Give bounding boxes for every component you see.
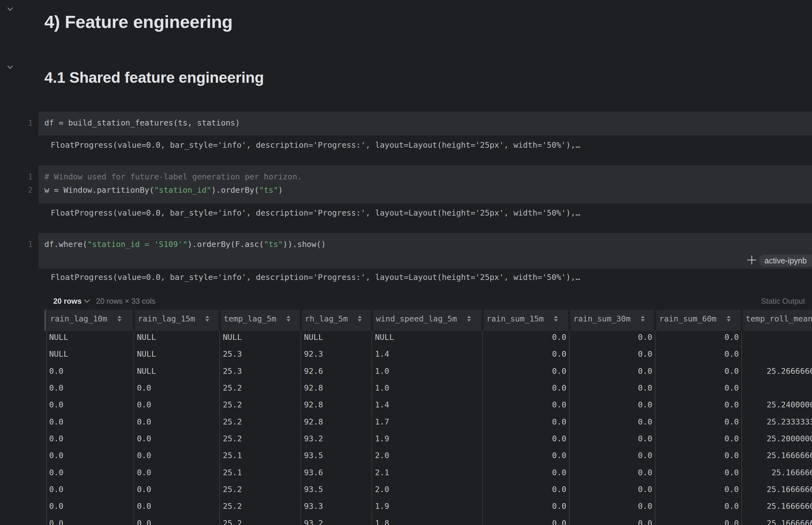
table-cell[interactable]: 0.0 xyxy=(483,382,569,399)
table-cell[interactable]: 1.0 xyxy=(372,365,483,382)
table-cell[interactable]: 0.0 xyxy=(569,365,656,382)
column-header-rain_lag_15m[interactable]: rain_lag_15m xyxy=(134,310,220,331)
table-cell[interactable]: 25.166666666666668 xyxy=(742,500,812,517)
table-cell[interactable]: 1.9 xyxy=(372,432,483,449)
table-cell[interactable]: 1.4 xyxy=(372,348,483,364)
table-row[interactable]: 0.00.025.193.62.10.00.00.025.16666666666… xyxy=(46,466,812,483)
table-cell[interactable]: 92.6 xyxy=(301,365,372,382)
table-cell[interactable]: NULL xyxy=(134,331,220,348)
table-cell[interactable]: 93.2 xyxy=(301,432,372,449)
table-cell[interactable]: 0.0 xyxy=(569,348,656,364)
column-header-wind_speed_lag_5m[interactable]: wind_speed_lag_5m xyxy=(372,310,483,331)
table-cell[interactable]: 25.2 xyxy=(220,382,301,399)
table-cell[interactable]: 92.3 xyxy=(301,348,372,364)
table-cell[interactable]: 25.2 xyxy=(220,500,301,517)
table-cell[interactable]: 0.0 xyxy=(656,449,742,466)
table-cell[interactable]: 1.0 xyxy=(372,382,483,399)
table-cell[interactable]: 1.9 xyxy=(372,500,483,517)
table-cell[interactable]: 92.8 xyxy=(301,399,372,415)
table-cell[interactable]: 0.0 xyxy=(134,382,220,399)
table-cell[interactable]: 0.0 xyxy=(569,416,656,432)
table-cell[interactable]: 0.0 xyxy=(46,432,134,449)
sort-icon[interactable] xyxy=(287,316,290,321)
table-cell[interactable]: NULL xyxy=(220,331,301,348)
table-cell[interactable]: 0.0 xyxy=(483,399,569,415)
table-cell[interactable]: 0.0 xyxy=(134,399,220,415)
table-cell[interactable]: 0.0 xyxy=(656,399,742,415)
table-cell[interactable]: 0.0 xyxy=(483,500,569,517)
table-cell[interactable]: 0.0 xyxy=(46,466,134,483)
collapse-section-1-icon[interactable] xyxy=(7,7,13,11)
table-cell[interactable]: 25.266666666666666 xyxy=(742,365,812,382)
sort-icon[interactable] xyxy=(205,316,209,321)
table-row[interactable]: NULLNULL25.392.31.40.00.00.0 xyxy=(46,348,812,364)
table-cell[interactable]: 0.0 xyxy=(483,449,569,466)
code-cell-2[interactable] xyxy=(39,165,812,204)
table-row[interactable]: 0.00.025.292.81.70.00.00.025.23333333333… xyxy=(46,416,812,432)
table-cell[interactable]: 0.0 xyxy=(483,432,569,449)
table-cell[interactable]: 0.0 xyxy=(569,382,656,399)
table-row[interactable]: 0.00.025.293.52.00.00.00.025.16666666666… xyxy=(46,483,812,500)
table-cell[interactable]: 25.166666666666668 xyxy=(742,483,812,500)
table-cell[interactable]: 25.1 xyxy=(220,466,301,483)
table-cell[interactable]: 2.0 xyxy=(372,449,483,466)
table-cell[interactable]: 0.0 xyxy=(569,483,656,500)
table-cell[interactable]: 0.0 xyxy=(656,432,742,449)
table-cell[interactable]: 0.0 xyxy=(483,416,569,432)
table-cell[interactable]: 0.0 xyxy=(656,483,742,500)
table-cell[interactable]: 0.0 xyxy=(46,365,134,382)
column-header-rain_sum_30m[interactable]: rain_sum_30m xyxy=(569,310,656,331)
table-cell[interactable]: 0.0 xyxy=(134,416,220,432)
table-cell[interactable]: 0.0 xyxy=(483,348,569,364)
table-cell[interactable]: NULL xyxy=(46,348,134,364)
table-cell[interactable]: 93.6 xyxy=(301,466,372,483)
table-cell[interactable]: 0.0 xyxy=(134,500,220,517)
table-cell[interactable]: 0.0 xyxy=(46,399,134,415)
table-cell[interactable]: 0.0 xyxy=(569,517,656,525)
table-cell[interactable]: 0.0 xyxy=(656,382,742,399)
table-cell[interactable]: 0.0 xyxy=(46,483,134,500)
column-header-temp_roll_mean_15m[interactable]: temp_roll_mean_15m xyxy=(742,310,812,331)
table-cell[interactable]: 25.166666666666668 xyxy=(742,517,812,525)
table-cell[interactable]: 93.3 xyxy=(301,500,372,517)
table-cell[interactable]: 0.0 xyxy=(483,517,569,525)
table-cell[interactable]: 0.0 xyxy=(483,365,569,382)
table-row[interactable]: 0.00.025.292.81.40.00.00.025.24000000000… xyxy=(46,399,812,415)
table-cell[interactable]: 25.2 xyxy=(220,399,301,415)
sort-icon[interactable] xyxy=(358,316,362,321)
add-tag-icon[interactable] xyxy=(747,256,756,265)
table-cell[interactable]: 2.1 xyxy=(372,466,483,483)
table-cell[interactable]: 0.0 xyxy=(46,500,134,517)
table-cell[interactable]: 1.8 xyxy=(372,517,483,525)
table-cell[interactable]: 0.0 xyxy=(569,466,656,483)
table-cell[interactable]: 25.2 xyxy=(220,483,301,500)
table-cell[interactable]: 0.0 xyxy=(134,517,220,525)
table-cell[interactable]: 1.4 xyxy=(372,399,483,415)
column-header-rain_sum_60m[interactable]: rain_sum_60m xyxy=(656,310,742,331)
table-cell[interactable]: 0.0 xyxy=(656,331,742,348)
table-cell[interactable]: 25.16666666666667 xyxy=(742,466,812,483)
table-row[interactable]: NULLNULLNULLNULLNULL0.00.00.0 xyxy=(46,331,812,348)
column-header-rain_lag_10m[interactable]: rain_lag_10m xyxy=(46,310,134,331)
table-cell[interactable]: 25.2 xyxy=(220,416,301,432)
table-cell[interactable]: 0.0 xyxy=(134,432,220,449)
sort-icon[interactable] xyxy=(554,316,558,321)
table-row[interactable]: 0.00.025.293.31.90.00.00.025.16666666666… xyxy=(46,500,812,517)
table-cell[interactable]: 25.240000000000002 xyxy=(742,399,812,415)
table-cell[interactable]: 0.0 xyxy=(134,466,220,483)
table-cell[interactable]: 25.200000000000003 xyxy=(742,432,812,449)
table-cell[interactable]: 0.0 xyxy=(134,449,220,466)
table-row[interactable]: 0.00.025.193.52.00.00.00.025.16666666666… xyxy=(46,449,812,466)
table-cell[interactable]: 0.0 xyxy=(569,399,656,415)
table-cell[interactable]: 25.2 xyxy=(220,432,301,449)
table-row[interactable]: 0.00.025.293.21.80.00.00.025.16666666666… xyxy=(46,517,812,525)
table-cell[interactable]: 0.0 xyxy=(483,466,569,483)
table-cell[interactable]: 0.0 xyxy=(656,500,742,517)
table-cell[interactable] xyxy=(742,382,812,399)
code-line[interactable]: w = Window.partitionBy("station_id").ord… xyxy=(44,185,283,195)
code-line[interactable]: df.where("station_id = 'S109'").orderBy(… xyxy=(44,240,326,249)
rows-count-dropdown[interactable]: 20 rows xyxy=(53,297,81,305)
table-cell[interactable]: 1.7 xyxy=(372,416,483,432)
table-cell[interactable]: 0.0 xyxy=(134,483,220,500)
table-cell[interactable]: 0.0 xyxy=(569,449,656,466)
